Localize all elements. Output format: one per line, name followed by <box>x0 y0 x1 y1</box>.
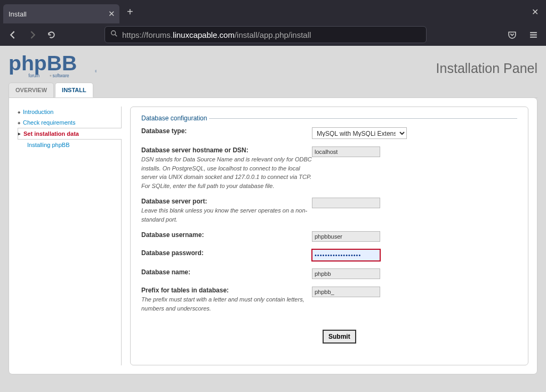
url-path: /install/app.php/install <box>235 30 311 39</box>
close-window-icon[interactable]: ✕ <box>527 7 543 17</box>
phpbb-logo: phpBB forum software ® <box>9 50 97 82</box>
svg-point-0 <box>111 31 116 35</box>
url-domain: linuxcapable.com <box>173 30 235 39</box>
page-content: phpBB forum software ® Installation Pane… <box>0 46 546 392</box>
svg-text:software: software <box>53 74 70 78</box>
label-dbhost: Database server hostname or DSN: <box>141 146 248 154</box>
label-dbport: Database server port: <box>141 198 207 205</box>
label-dbname: Database name: <box>141 268 190 276</box>
main-panel: Introduction Check requirements Set inst… <box>9 97 537 374</box>
fieldset-legend: Database configuration <box>141 115 209 122</box>
top-tabs: OVERVIEW INSTALL <box>9 83 537 98</box>
reload-icon <box>47 30 56 39</box>
label-dbpass: Database password: <box>141 249 204 257</box>
url-scheme-host: https://forums. <box>122 30 173 39</box>
sidebar-item-set-installation-data[interactable]: Set installation data <box>18 128 122 140</box>
sidebar-item-introduction[interactable]: Introduction <box>18 107 121 117</box>
pocket-icon <box>508 30 517 39</box>
sidebar-item-check-requirements[interactable]: Check requirements <box>18 117 121 128</box>
label-dbprefix: Prefix for tables in database: <box>141 287 229 294</box>
hint-dbprefix: The prefix must start with a letter and … <box>141 295 312 313</box>
url-bar[interactable]: https://forums.linuxcapable.com/install/… <box>105 26 427 43</box>
svg-text:forum: forum <box>28 74 39 78</box>
browser-nav-bar: https://forums.linuxcapable.com/install/… <box>0 23 546 46</box>
arrow-right-icon <box>28 30 37 39</box>
sidebar-item-installing-phpbb[interactable]: Installing phpBB <box>18 140 121 150</box>
arrow-left-icon <box>9 30 18 39</box>
svg-point-3 <box>50 75 51 77</box>
input-dbhost[interactable] <box>312 146 380 157</box>
browser-tab[interactable]: Install ✕ <box>3 4 119 23</box>
forward-button <box>23 26 41 43</box>
search-icon <box>110 30 118 39</box>
input-dbname[interactable] <box>312 268 380 279</box>
tab-overview[interactable]: OVERVIEW <box>9 83 54 97</box>
svg-text:®: ® <box>95 70 97 73</box>
label-dbuser: Database username: <box>141 231 204 239</box>
select-dbtype[interactable]: MySQL with MySQLi Extension <box>312 127 407 139</box>
content-area: Database configuration Database type: My… <box>130 107 528 365</box>
svg-text:phpBB: phpBB <box>9 52 77 75</box>
close-tab-icon[interactable]: ✕ <box>108 9 115 19</box>
submit-button[interactable]: Submit <box>323 330 356 344</box>
tab-install[interactable]: INSTALL <box>55 83 93 97</box>
pocket-button[interactable] <box>503 26 520 43</box>
page-title: Installation Panel <box>436 61 537 76</box>
browser-tab-bar: Install ✕ + ✕ <box>0 0 546 23</box>
hamburger-icon <box>529 30 538 39</box>
hint-dbport: Leave this blank unless you know the ser… <box>141 206 312 224</box>
menu-button[interactable] <box>525 26 542 43</box>
input-dbuser[interactable] <box>312 231 380 242</box>
database-config-fieldset: Database configuration Database type: My… <box>141 115 517 320</box>
input-dbport[interactable] <box>312 198 380 208</box>
input-dbpass[interactable] <box>312 249 380 261</box>
label-dbtype: Database type: <box>141 127 187 135</box>
hint-dbhost: DSN stands for Data Source Name and is r… <box>141 155 312 190</box>
back-button[interactable] <box>4 26 21 43</box>
input-dbprefix[interactable] <box>312 287 380 297</box>
url-text: https://forums.linuxcapable.com/install/… <box>122 30 311 39</box>
sidebar: Introduction Check requirements Set inst… <box>18 107 122 365</box>
browser-tab-title: Install <box>9 10 27 18</box>
reload-button[interactable] <box>43 26 60 43</box>
new-tab-button[interactable]: + <box>127 6 133 18</box>
